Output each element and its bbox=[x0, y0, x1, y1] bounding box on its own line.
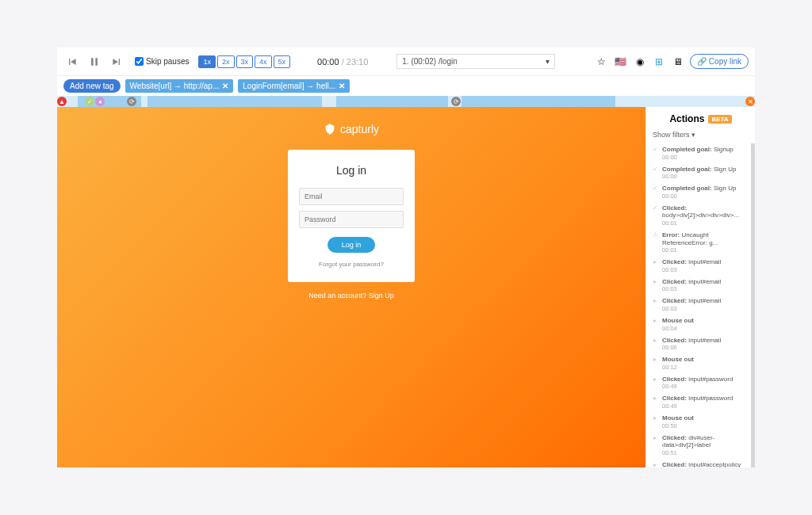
end-icon: ✕ bbox=[745, 97, 755, 106]
speed-2x[interactable]: 2x bbox=[217, 55, 235, 68]
password-field[interactable] bbox=[299, 211, 404, 228]
signup-link[interactable]: Need an account? Sign Up bbox=[308, 292, 394, 299]
skip-pauses-label: Skip pauses bbox=[146, 57, 189, 66]
play-icon: ▸ bbox=[651, 395, 659, 410]
play-icon: ▸ bbox=[651, 297, 659, 312]
email-field[interactable] bbox=[299, 188, 404, 205]
pause-button[interactable] bbox=[86, 53, 103, 71]
play-icon: ▸ bbox=[651, 356, 659, 371]
time-current: 00:00 bbox=[317, 57, 339, 67]
flag-icon[interactable]: 🇺🇸 bbox=[614, 55, 628, 69]
warning-icon: ▲ bbox=[57, 97, 67, 106]
actions-sidebar: Actions BETA Show filters ▾ ✓Completed g… bbox=[645, 107, 755, 467]
tag-label: Website[url] → http://ap... bbox=[130, 82, 220, 90]
brand-logo: capturly bbox=[324, 123, 379, 135]
skip-back-button[interactable] bbox=[63, 53, 81, 71]
desktop-icon[interactable]: 🖥 bbox=[671, 55, 685, 69]
speed-4x[interactable]: 4x bbox=[255, 55, 272, 68]
sidebar-title: Actions bbox=[669, 113, 704, 124]
action-item[interactable]: ▸Clicked: div#user-data>div[2]>label00:5… bbox=[648, 432, 755, 459]
tag-row: Add new tag Website[url] → http://ap... … bbox=[57, 76, 755, 96]
page-dropdown[interactable]: 1. (00:02) /login ▾ bbox=[396, 54, 555, 69]
speed-3x[interactable]: 3x bbox=[236, 55, 254, 68]
check-icon: ✓ bbox=[651, 166, 659, 181]
check-icon: ✓ bbox=[651, 185, 659, 200]
action-item[interactable]: ▸Clicked: input#password00:49 bbox=[648, 392, 755, 412]
login-card: Log in Log in Forgot your password? bbox=[288, 150, 415, 282]
check-icon: ✓ bbox=[651, 204, 659, 227]
action-item[interactable]: ✓Completed goal: Sign Up00:00 bbox=[648, 163, 755, 183]
brand-name: capturly bbox=[340, 123, 379, 135]
speed-1x[interactable]: 1x bbox=[198, 55, 216, 68]
check-icon: ✓ bbox=[651, 146, 659, 161]
close-icon[interactable]: ✕ bbox=[222, 82, 228, 90]
beta-badge: BETA bbox=[708, 115, 731, 124]
star-icon[interactable]: ☆ bbox=[595, 55, 609, 69]
forgot-password-link[interactable]: Forgot your password? bbox=[319, 261, 384, 268]
login-button[interactable]: Log in bbox=[327, 237, 376, 253]
action-item[interactable]: ▸Mouse out 00:04 bbox=[648, 315, 755, 334]
windows-icon[interactable]: ⊞ bbox=[652, 55, 666, 69]
speed-group: 1x2x3x4x5x bbox=[198, 55, 290, 68]
action-item[interactable]: ▸Mouse out 00:12 bbox=[648, 353, 755, 373]
play-icon: ▸ bbox=[651, 461, 659, 467]
show-filters-toggle[interactable]: Show filters ▾ bbox=[646, 131, 755, 143]
action-item[interactable]: ▸Clicked: input#acceptpolicy00:51 bbox=[648, 459, 755, 467]
session-viewport: capturly Log in Log in Forgot your passw… bbox=[57, 107, 645, 467]
skip-pauses-toggle[interactable]: Skip pauses bbox=[135, 57, 189, 66]
tag-item[interactable]: LoginForm[email] → hell... ✕ bbox=[238, 79, 350, 93]
sidebar-header: Actions BETA bbox=[646, 107, 755, 131]
play-icon: ▸ bbox=[651, 434, 659, 456]
refresh-icon: ⟳ bbox=[127, 97, 136, 106]
close-icon[interactable]: ✕ bbox=[339, 82, 345, 90]
chrome-icon[interactable]: ◉ bbox=[633, 55, 647, 69]
copy-link-label: Copy link bbox=[709, 57, 741, 66]
time-total: 23:10 bbox=[347, 57, 369, 67]
dropdown-value: 1. (00:02) /login bbox=[402, 57, 458, 66]
action-item[interactable]: ▸Clicked: input#email00:03 bbox=[648, 295, 755, 315]
link-icon: 🔗 bbox=[697, 57, 707, 66]
action-item[interactable]: ▸Clicked: input#password00:49 bbox=[648, 373, 755, 393]
play-icon: ▸ bbox=[651, 278, 659, 293]
playback-toolbar: Skip pauses 1x2x3x4x5x 00:00 / 23:10 1. … bbox=[57, 48, 755, 76]
play-icon: ▸ bbox=[651, 376, 659, 391]
action-item[interactable]: ▸Clicked: input#email00:06 bbox=[648, 334, 755, 354]
playback-time: 00:00 / 23:10 bbox=[317, 57, 368, 67]
action-item[interactable]: ✓Clicked: body>div[2]>div>div>div>...00:… bbox=[648, 202, 755, 229]
chevron-down-icon: ▾ bbox=[546, 57, 550, 66]
play-icon: ▸ bbox=[651, 258, 659, 273]
tag-item[interactable]: Website[url] → http://ap... ✕ bbox=[125, 79, 234, 93]
action-item[interactable]: ▸Clicked: input#email00:03 bbox=[648, 256, 755, 276]
action-item[interactable]: ⚠Error: Uncaught ReferenceError: g...00:… bbox=[648, 229, 755, 256]
refresh-icon: ⟳ bbox=[451, 97, 461, 106]
speed-5x[interactable]: 5x bbox=[274, 55, 291, 68]
action-item[interactable]: ✓Completed goal: Signup00:00 bbox=[648, 143, 755, 163]
play-icon: ▸ bbox=[651, 337, 659, 352]
timeline[interactable]: ▲ ✓ ● ⟳ ⟳ ✕ bbox=[57, 96, 755, 107]
play-icon: ▸ bbox=[651, 317, 659, 332]
login-title: Log in bbox=[336, 164, 366, 177]
skip-pauses-checkbox[interactable] bbox=[135, 57, 144, 66]
action-item[interactable]: ▸Mouse out 00:50 bbox=[648, 412, 755, 432]
tag-label: LoginForm[email] → hell... bbox=[243, 82, 335, 90]
copy-link-button[interactable]: 🔗 Copy link bbox=[690, 54, 749, 69]
warn-icon: ⚠ bbox=[651, 231, 659, 254]
scrollbar[interactable] bbox=[751, 143, 755, 467]
actions-list[interactable]: ✓Completed goal: Signup00:00✓Completed g… bbox=[646, 143, 755, 467]
action-item[interactable]: ✓Completed goal: Sign Up00:00 bbox=[648, 182, 755, 202]
skip-forward-button[interactable] bbox=[108, 53, 125, 71]
add-tag-button[interactable]: Add new tag bbox=[63, 79, 121, 93]
action-item[interactable]: ▸Clicked: input#email00:03 bbox=[648, 276, 755, 296]
play-icon: ▸ bbox=[651, 414, 659, 429]
